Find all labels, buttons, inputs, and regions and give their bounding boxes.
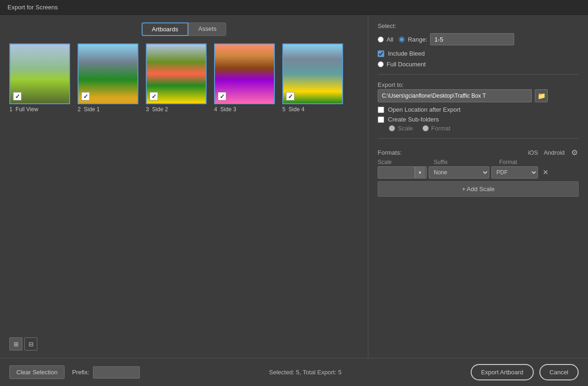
select-radio-group: All Range: — [378, 33, 579, 45]
prefix-input[interactable] — [93, 366, 140, 379]
include-bleed-checkbox[interactable] — [378, 50, 384, 57]
cancel-button[interactable]: Cancel — [539, 364, 579, 380]
artboard-item-3: 3 Side 2 — [146, 43, 207, 113]
scale-input[interactable] — [378, 169, 415, 176]
format-column-header: Format — [499, 159, 579, 165]
view-toggle-area: ⊞ ⊟ — [9, 337, 359, 350]
range-input[interactable] — [430, 33, 514, 45]
format-subfolder-label: Format — [431, 125, 451, 132]
export-to-section: Export to: 📁 Open Location after Export … — [378, 81, 579, 132]
scale-dropdown-arrow[interactable]: ▼ — [415, 167, 425, 178]
open-location-checkbox[interactable] — [378, 107, 384, 113]
artboard-thumb-2[interactable] — [78, 43, 138, 104]
left-panel: Artboards Assets 1 Full View — [0, 15, 368, 358]
export-to-label: Export to: — [378, 81, 404, 88]
all-radio-row: All — [378, 36, 393, 43]
formats-columns-header: Scale Suffix Format — [378, 157, 579, 166]
full-document-radio[interactable] — [378, 61, 384, 67]
right-panel: Select: All Range: Include Bleed — [368, 15, 588, 358]
bottom-right: Export Artboard Cancel — [471, 364, 579, 380]
formats-right: iOS Android ⚙ — [528, 148, 579, 157]
artboard-thumb-4[interactable] — [214, 43, 275, 104]
ios-label: iOS — [528, 149, 538, 156]
artboard-item-4: 4 Side 3 — [214, 43, 275, 113]
prefix-row: Prefix: — [72, 366, 140, 379]
artboard-thumb-1[interactable] — [9, 43, 70, 104]
export-path-input[interactable] — [378, 89, 532, 102]
formats-label: Formats: — [378, 149, 402, 156]
artboard-checkbox-1[interactable] — [13, 92, 22, 100]
artboard-label-2: 2 Side 1 — [78, 106, 100, 113]
dialog-title: Export for Screens — [7, 4, 58, 11]
scale-column-header: Scale — [378, 159, 434, 165]
artboard-item-5: 5 Side 4 — [282, 43, 343, 113]
formats-section: Formats: iOS Android ⚙ Scale Suffix Form… — [378, 145, 579, 197]
all-radio-label: All — [387, 36, 393, 43]
select-label: Select: — [378, 22, 396, 29]
artboard-label-5: 5 Side 4 — [282, 106, 304, 113]
bottom-left: Clear Selection Prefix: — [9, 365, 140, 379]
artboard-checkbox-3[interactable] — [150, 92, 158, 100]
scale-radio-row: Scale — [389, 125, 413, 132]
title-bar: Export for Screens — [0, 0, 588, 15]
browse-folder-button[interactable]: 📁 — [535, 89, 548, 102]
formats-header: Formats: iOS Android ⚙ — [378, 148, 579, 157]
remove-format-button[interactable]: ✕ — [541, 168, 551, 177]
grid-view-button[interactable]: ⊞ — [9, 337, 22, 350]
open-location-row: Open Location after Export — [378, 106, 579, 113]
all-radio[interactable] — [378, 36, 384, 43]
artboard-label-4: 4 Side 3 — [214, 106, 236, 113]
format-select[interactable]: PDF PNG JPEG SVG WebP — [491, 166, 538, 179]
format-subfolder-radio[interactable] — [423, 125, 429, 131]
artboards-grid: 1 Full View 2 Side 1 3 Si — [9, 43, 359, 334]
prefix-label: Prefix: — [72, 369, 89, 376]
artboard-thumb-3[interactable] — [146, 43, 207, 104]
include-bleed-label: Include Bleed — [388, 50, 425, 57]
create-subfolders-row: Create Sub-folders — [378, 116, 579, 123]
add-scale-button[interactable]: + Add Scale — [378, 181, 579, 197]
subfolder-options-row: Scale Format — [389, 125, 579, 132]
formats-gear-button[interactable]: ⚙ — [570, 148, 579, 157]
suffix-column-header: Suffix — [434, 159, 499, 165]
artboard-label-3: 3 Side 2 — [146, 106, 168, 113]
clear-selection-button[interactable]: Clear Selection — [9, 365, 65, 379]
artboard-checkbox-2[interactable] — [81, 92, 90, 100]
range-radio-row: Range: — [399, 33, 514, 45]
select-section: Select: All Range: Include Bleed — [378, 22, 579, 68]
view-toggle: ⊞ ⊟ — [9, 337, 37, 350]
create-subfolders-checkbox[interactable] — [378, 116, 384, 123]
folder-icon: 📁 — [538, 92, 545, 100]
range-radio-label: Range: — [408, 36, 427, 43]
tabs-container: Artboards Assets — [9, 22, 359, 36]
full-document-row: Full Document — [378, 61, 579, 68]
bottom-bar: Clear Selection Prefix: Selected: 5, Tot… — [0, 358, 588, 386]
format-radio-row: Format — [423, 125, 451, 132]
status-text: Selected: 5, Total Export: 5 — [140, 369, 471, 376]
full-document-label: Full Document — [387, 61, 426, 68]
artboard-checkbox-4[interactable] — [218, 92, 226, 100]
list-view-button[interactable]: ⊟ — [24, 337, 37, 350]
divider-1 — [378, 74, 579, 75]
scale-subfolder-radio[interactable] — [389, 125, 395, 131]
export-artboard-button[interactable]: Export Artboard — [471, 364, 533, 380]
suffix-select[interactable]: None @2x @3x @0.5x — [429, 166, 489, 179]
export-for-screens-dialog: Export for Screens Artboards Assets 1 Fu… — [0, 0, 588, 386]
include-bleed-row: Include Bleed — [378, 50, 579, 57]
artboard-thumb-5[interactable] — [282, 43, 343, 104]
artboard-item-2: 2 Side 1 — [78, 43, 138, 113]
artboard-label-1: 1 Full View — [9, 106, 38, 113]
export-path-row: 📁 — [378, 89, 579, 102]
artboard-checkbox-5[interactable] — [286, 92, 294, 100]
artboard-item-1: 1 Full View — [9, 43, 70, 113]
divider-2 — [378, 138, 579, 139]
format-row-1: ▼ None @2x @3x @0.5x PDF PNG JPEG SVG We… — [378, 166, 579, 179]
range-radio[interactable] — [399, 36, 405, 43]
tab-artboards[interactable]: Artboards — [142, 22, 188, 36]
main-content: Artboards Assets 1 Full View — [0, 15, 588, 358]
scale-subfolder-label: Scale — [398, 125, 413, 132]
android-label: Android — [544, 149, 565, 156]
tab-assets[interactable]: Assets — [188, 22, 226, 36]
create-subfolders-label: Create Sub-folders — [388, 116, 439, 123]
scale-input-wrap: ▼ — [378, 166, 427, 179]
open-location-label: Open Location after Export — [388, 106, 460, 113]
